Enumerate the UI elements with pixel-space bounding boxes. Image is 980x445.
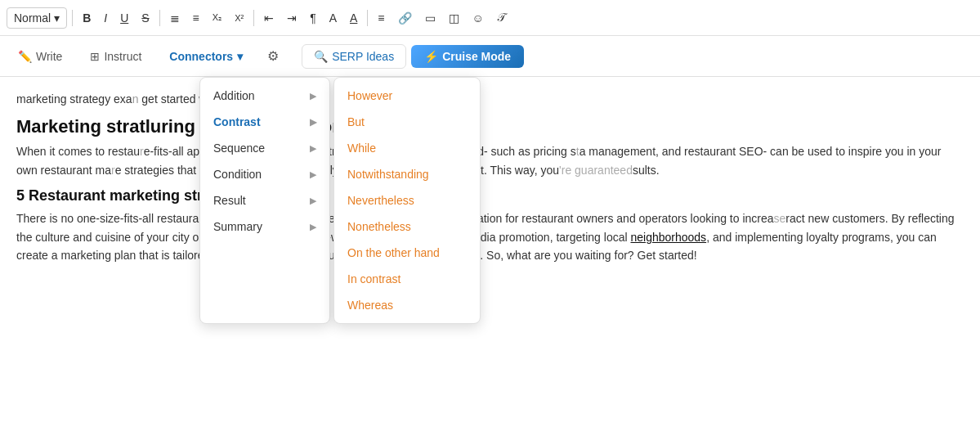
addition-label: Addition (213, 89, 255, 102)
while-label: While (347, 142, 376, 155)
however-label: However (347, 89, 392, 102)
main-heading: Marketing stratluring Covid- what worked… (16, 116, 964, 137)
table-button[interactable]: ◫ (444, 8, 464, 28)
align-center-button[interactable]: ≡ (373, 8, 389, 28)
highlight-button[interactable]: A (345, 8, 362, 28)
align-left-button[interactable]: ⇤ (259, 8, 279, 28)
contrast-item[interactable]: Contrast ▶ (200, 109, 329, 135)
clear-format-button[interactable]: 𝒯 (492, 7, 509, 28)
strikethrough-button[interactable]: S (136, 8, 154, 28)
chevron-down-icon: ▾ (54, 11, 60, 25)
cruise-mode-button[interactable]: ⚡ Cruise Mode (411, 45, 524, 68)
nonetheless-label: Nonetheless (347, 220, 411, 233)
lightning-icon: ⚡ (424, 50, 438, 63)
whereas-label: Whereas (347, 299, 393, 312)
connectors-button[interactable]: Connectors ▾ (158, 45, 254, 68)
on-the-other-hand-label: On the other hand (347, 246, 440, 259)
image-button[interactable]: ▭ (420, 8, 441, 28)
style-label: Normal (14, 11, 51, 25)
grid-icon: ⊞ (90, 50, 100, 63)
content-area: marketing strategy exan get started with… (0, 77, 980, 277)
toolbar-row2: ✏️ Write ⊞ Instruct Connectors ▾ ⚙ 🔍 SER… (0, 36, 980, 77)
connectors-dropdown: Addition ▶ Contrast ▶ Sequence ▶ Conditi… (199, 77, 481, 324)
connectors-label: Connectors (169, 50, 233, 63)
result-item[interactable]: Result ▶ (200, 187, 329, 214)
italic-button[interactable]: I (99, 8, 112, 28)
gear-button[interactable]: ⚙ (259, 43, 287, 69)
intro-text-start: marketing strategy exa (16, 92, 132, 106)
subscript-button[interactable]: X₂ (208, 9, 226, 26)
paragraph-button[interactable]: ¶ (305, 8, 321, 28)
instruct-label: Instruct (104, 50, 141, 63)
summary-item[interactable]: Summary ▶ (200, 214, 329, 240)
toolbar-separator-1 (72, 10, 73, 26)
toolbar-separator-3 (253, 10, 254, 26)
sequence-label: Sequence (213, 142, 265, 155)
instruct-button[interactable]: ⊞ Instruct (78, 45, 153, 68)
align-right-button[interactable]: ⇥ (282, 8, 302, 28)
sequence-item[interactable]: Sequence ▶ (200, 135, 329, 161)
while-item[interactable]: While (334, 135, 480, 161)
serp-ideas-button[interactable]: 🔍 SERP Ideas (302, 44, 406, 69)
unordered-list-button[interactable]: ≡ (188, 8, 204, 28)
ordered-list-button[interactable]: ≣ (165, 8, 185, 28)
but-item[interactable]: But (334, 109, 480, 135)
serp-label: SERP Ideas (332, 50, 394, 63)
superscript-button[interactable]: X² (230, 10, 248, 26)
chevron-down-icon: ▾ (237, 50, 243, 63)
underline-button[interactable]: U (115, 8, 133, 28)
addition-chevron: ▶ (310, 91, 316, 101)
emoji-button[interactable]: ☺ (468, 8, 489, 28)
write-label: Write (36, 50, 62, 63)
sub-heading: 5 Restaurant marketing stmples (16, 187, 964, 205)
notwithstanding-label: Notwithstanding (347, 168, 429, 181)
nevertheless-label: Nevertheless (347, 194, 414, 207)
result-label: Result (213, 194, 246, 207)
but-label: But (347, 115, 365, 128)
bold-button[interactable]: B (78, 8, 96, 28)
contrast-submenu: However But While Notwithstanding Nevert… (333, 77, 481, 324)
condition-label: Condition (213, 168, 262, 181)
result-chevron: ▶ (310, 196, 316, 206)
summary-label: Summary (213, 220, 262, 233)
write-button[interactable]: ✏️ Write (7, 45, 74, 68)
however-item[interactable]: However (334, 83, 480, 109)
intro-paragraph: marketing strategy exan get started with… (16, 90, 964, 108)
style-select[interactable]: Normal ▾ (7, 7, 67, 29)
on-the-other-hand-item[interactable]: On the other hand (334, 240, 480, 266)
nevertheless-item[interactable]: Nevertheless (334, 187, 480, 214)
search-icon: 🔍 (314, 50, 328, 63)
sequence-chevron: ▶ (310, 143, 316, 154)
primary-dropdown: Addition ▶ Contrast ▶ Sequence ▶ Conditi… (199, 77, 330, 324)
paragraph-1: When it comes to restaure-fits-all appro… (16, 142, 964, 179)
summary-chevron: ▶ (310, 222, 316, 232)
contrast-label: Contrast (213, 115, 261, 128)
nonetheless-item[interactable]: Nonetheless (334, 214, 480, 240)
neighborhoods-link[interactable]: neighborhoods (630, 231, 706, 244)
addition-item[interactable]: Addition ▶ (200, 83, 329, 109)
contrast-chevron: ▶ (310, 117, 316, 128)
pencil-icon: ✏️ (18, 50, 32, 63)
paragraph-2: There is no one-size-fits-all restaurant… (16, 209, 964, 264)
condition-item[interactable]: Condition ▶ (200, 161, 329, 187)
link-button[interactable]: 🔗 (393, 8, 417, 28)
whereas-item[interactable]: Whereas (334, 292, 480, 318)
in-contrast-label: In contrast (347, 272, 401, 285)
font-color-button[interactable]: A (324, 8, 342, 28)
toolbar-row1: Normal ▾ B I U S ≣ ≡ X₂ X² ⇤ ⇥ ¶ A A ≡ 🔗… (0, 0, 980, 36)
in-contrast-item[interactable]: In contrast (334, 266, 480, 292)
condition-chevron: ▶ (310, 169, 316, 180)
toolbar-separator-4 (367, 10, 368, 26)
cruise-label: Cruise Mode (442, 50, 511, 63)
notwithstanding-item[interactable]: Notwithstanding (334, 161, 480, 187)
toolbar-separator-2 (159, 10, 160, 26)
